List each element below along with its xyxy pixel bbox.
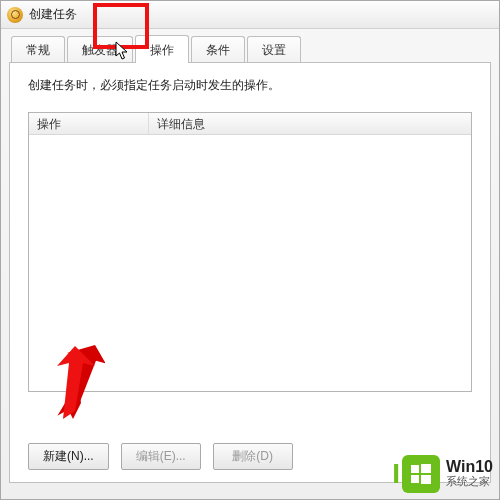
col-action[interactable]: 操作 [29,113,149,134]
tab-triggers-label: 触发器 [82,43,118,57]
watermark-text: Win10 系统之家 [446,459,493,488]
edit-button[interactable]: 编辑(E)... [121,443,201,470]
svg-rect-4 [421,464,431,473]
delete-button-label: 删除(D) [232,449,273,463]
tab-conditions-label: 条件 [206,43,230,57]
tab-general[interactable]: 常规 [11,36,65,63]
svg-rect-5 [411,475,419,483]
titlebar: 创建任务 [1,1,499,29]
tab-conditions[interactable]: 条件 [191,36,245,63]
tab-triggers[interactable]: 触发器 [67,36,133,63]
svg-rect-6 [421,475,431,484]
tab-actions-label: 操作 [150,43,174,57]
windows-logo-icon [402,455,440,493]
watermark: I Win10 系统之家 [392,455,493,493]
task-scheduler-icon [7,7,23,23]
svg-rect-3 [411,465,419,473]
actions-listbox[interactable]: 操作 详细信息 [28,112,472,392]
tab-actions[interactable]: 操作 [135,35,189,63]
list-header: 操作 详细信息 [29,113,471,135]
tab-underline [9,62,491,63]
tab-settings-label: 设置 [262,43,286,57]
tabstrip: 常规 触发器 操作 条件 设置 [1,29,499,63]
brand-sub: 系统之家 [446,475,493,488]
tab-settings[interactable]: 设置 [247,36,301,63]
tab-content-actions: 创建任务时，必须指定任务启动时发生的操作。 操作 详细信息 新建(N)... 编… [9,63,491,483]
edit-button-label: 编辑(E)... [136,449,186,463]
create-task-window: 创建任务 常规 触发器 操作 条件 设置 创建任务时，必须指定任务启动时发生的操… [0,0,500,500]
col-detail[interactable]: 详细信息 [149,113,471,134]
action-buttons: 新建(N)... 编辑(E)... 删除(D) [28,443,293,470]
window-title: 创建任务 [29,6,77,23]
new-button[interactable]: 新建(N)... [28,443,109,470]
delete-button[interactable]: 删除(D) [213,443,293,470]
tab-general-label: 常规 [26,43,50,57]
digit-one: I [392,460,400,488]
instruction-text: 创建任务时，必须指定任务启动时发生的操作。 [28,77,472,94]
new-button-label: 新建(N)... [43,449,94,463]
watermark-ten: I [392,455,440,493]
brand-name: Win10 [446,459,493,475]
